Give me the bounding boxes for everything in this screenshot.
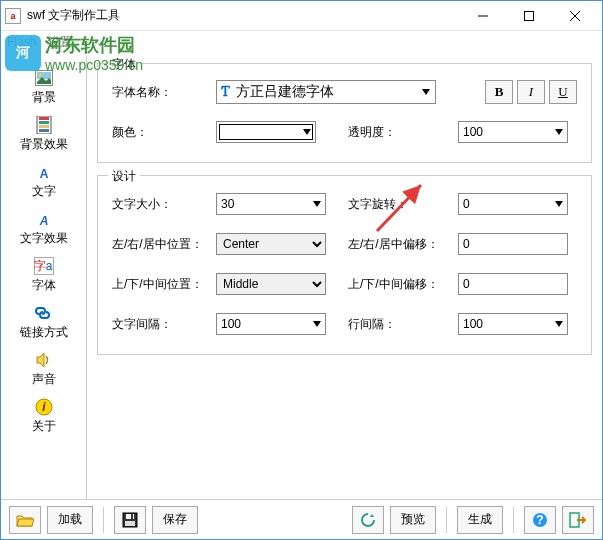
svg-text:a: a (45, 259, 52, 273)
speaker-icon (34, 351, 54, 369)
bottom-toolbar: 加载 保存 预览 生成 ? (1, 499, 602, 539)
load-label: 加载 (58, 511, 82, 528)
sidebar-item-label: 关于 (32, 418, 56, 435)
underline-button[interactable]: U (549, 80, 577, 104)
save-icon (122, 512, 138, 528)
load-button[interactable]: 加载 (47, 506, 93, 534)
link-icon (34, 304, 54, 322)
font-name-combo[interactable]: Ƭ 方正吕建德字体 (216, 80, 436, 104)
text-size-value: 30 (221, 197, 234, 211)
save-button[interactable]: 保存 (152, 506, 198, 534)
main-panel: 字体 字体名称： Ƭ 方正吕建德字体 B I U 颜色： (87, 55, 602, 499)
voffset-input[interactable] (458, 273, 568, 295)
sidebar-item-label: 文字效果 (20, 230, 68, 247)
sidebar-item-text-effect[interactable]: A 文字效果 (6, 206, 82, 251)
valign-label: 上/下/中间位置： (112, 276, 216, 293)
generate-label: 生成 (468, 511, 492, 528)
save-label: 保存 (163, 511, 187, 528)
sidebar: 背景 背景效果 A 文字 A 文字效果 字a 字体 链接方式 (1, 55, 87, 499)
exit-icon (569, 512, 587, 528)
hoffset-input[interactable] (458, 233, 568, 255)
refresh-icon (360, 512, 376, 528)
font-name-value: 方正吕建德字体 (236, 83, 334, 101)
text-rotate-value: 0 (463, 197, 470, 211)
preview-button[interactable]: 预览 (390, 506, 436, 534)
svg-rect-10 (39, 125, 49, 128)
separator (513, 507, 514, 533)
text-rotate-label: 文字旋转： (348, 196, 458, 213)
help-button[interactable]: ? (524, 506, 556, 534)
folder-open-icon (16, 513, 34, 527)
charspace-combo[interactable]: 100 (216, 313, 326, 335)
refresh-button[interactable] (352, 506, 384, 534)
halign-select[interactable]: Center (216, 233, 326, 255)
color-picker[interactable] (216, 121, 316, 143)
app-window: a swf 文字制作工具 Flash 设置 河 河东软件园 www.pc0359… (0, 0, 603, 540)
svg-rect-8 (39, 117, 49, 120)
info-icon: i (34, 398, 54, 416)
sidebar-item-font[interactable]: 字a 字体 (6, 253, 82, 298)
window-title: swf 文字制作工具 (27, 7, 460, 24)
close-button[interactable] (552, 2, 598, 30)
hoffset-label: 左/右/居中偏移： (348, 236, 458, 253)
app-icon: a (5, 8, 21, 24)
sidebar-item-background[interactable]: 背景 (6, 65, 82, 110)
window-controls (460, 2, 598, 30)
font-group-title: 字体 (108, 56, 140, 73)
svg-text:?: ? (536, 513, 543, 527)
text-size-label: 文字大小： (112, 196, 216, 213)
sidebar-item-about[interactable]: i 关于 (6, 394, 82, 439)
svg-point-6 (38, 74, 41, 77)
menu-flash[interactable]: Flash (7, 35, 36, 49)
maximize-button[interactable] (506, 2, 552, 30)
svg-rect-23 (125, 521, 135, 526)
text-rotate-combo[interactable]: 0 (458, 193, 568, 215)
linespace-combo[interactable]: 100 (458, 313, 568, 335)
sidebar-item-text[interactable]: A 文字 (6, 159, 82, 204)
floppy-button[interactable] (114, 506, 146, 534)
charspace-label: 文字间隔： (112, 316, 216, 333)
film-icon (34, 116, 54, 134)
svg-rect-11 (39, 129, 49, 132)
halign-label: 左/右/居中位置： (112, 236, 216, 253)
menubar: Flash 设置 (1, 31, 602, 53)
text-size-combo[interactable]: 30 (216, 193, 326, 215)
sidebar-item-background-effect[interactable]: 背景效果 (6, 112, 82, 157)
text-effect-icon: A (34, 210, 54, 228)
opacity-combo[interactable]: 100 (458, 121, 568, 143)
truetype-icon: Ƭ (221, 84, 230, 100)
sidebar-item-label: 声音 (32, 371, 56, 388)
opacity-value: 100 (463, 125, 483, 139)
svg-rect-22 (131, 514, 133, 519)
text-a-icon: A (34, 163, 54, 181)
content-area: 背景 背景效果 A 文字 A 文字效果 字a 字体 链接方式 (1, 55, 602, 499)
minimize-button[interactable] (460, 2, 506, 30)
separator (103, 507, 104, 533)
exit-button[interactable] (562, 506, 594, 534)
bold-button[interactable]: B (485, 80, 513, 104)
svg-text:A: A (38, 214, 48, 228)
sidebar-item-label: 文字 (32, 183, 56, 200)
sidebar-item-label: 背景 (32, 89, 56, 106)
linespace-value: 100 (463, 317, 483, 331)
separator (446, 507, 447, 533)
sidebar-item-sound[interactable]: 声音 (6, 347, 82, 392)
font-icon: 字a (34, 257, 54, 275)
valign-select[interactable]: Middle (216, 273, 326, 295)
font-group: 字体 字体名称： Ƭ 方正吕建德字体 B I U 颜色： (97, 63, 592, 163)
italic-button[interactable]: I (517, 80, 545, 104)
sidebar-item-label: 背景效果 (20, 136, 68, 153)
svg-text:字: 字 (34, 259, 46, 273)
design-group-title: 设计 (108, 168, 140, 185)
charspace-value: 100 (221, 317, 241, 331)
font-name-label: 字体名称： (112, 84, 216, 101)
image-icon (34, 69, 54, 87)
open-folder-button[interactable] (9, 506, 41, 534)
help-icon: ? (532, 512, 548, 528)
sidebar-item-link[interactable]: 链接方式 (6, 300, 82, 345)
menu-settings[interactable]: 设置 (48, 34, 72, 51)
opacity-label: 透明度： (348, 124, 458, 141)
color-swatch (219, 124, 313, 140)
generate-button[interactable]: 生成 (457, 506, 503, 534)
titlebar: a swf 文字制作工具 (1, 1, 602, 31)
